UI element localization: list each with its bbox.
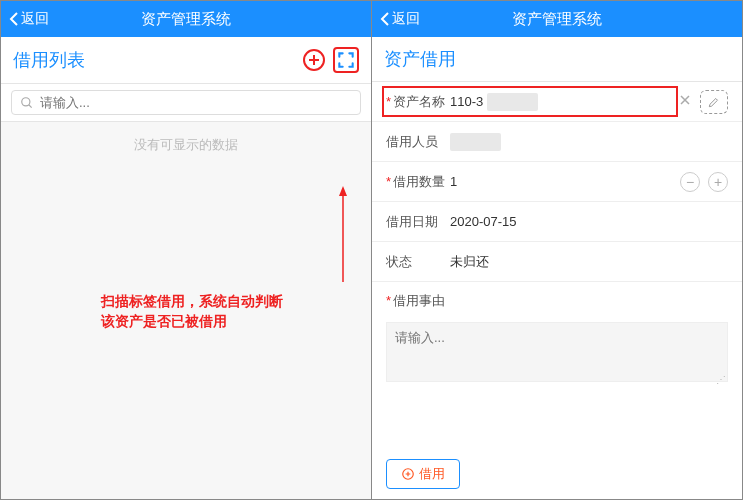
search-input[interactable] — [40, 95, 352, 110]
empty-state: 没有可显示的数据 — [1, 122, 371, 168]
scan-icon[interactable] — [333, 47, 359, 73]
status-label: 状态 — [386, 253, 450, 271]
field-reason: 借用事由 — [372, 282, 742, 322]
panel-title: 借用列表 — [13, 48, 301, 72]
app-title: 资产管理系统 — [420, 10, 694, 29]
search-input-wrap[interactable] — [11, 90, 361, 115]
field-date[interactable]: 借用日期 2020-07-15 — [372, 202, 742, 242]
back-label: 返回 — [392, 10, 420, 28]
annotation-text: 扫描标签借用，系统自动判断 该资产是否已被借用 — [101, 292, 283, 331]
header: 返回 资产管理系统 — [1, 1, 371, 37]
field-asset-name: 资产名称 110-3 — [372, 82, 742, 122]
borrower-value — [450, 133, 728, 151]
search-icon — [20, 96, 34, 110]
qty-minus-button[interactable]: − — [680, 172, 700, 192]
plus-icon — [401, 467, 415, 481]
panel-header: 借用列表 — [1, 37, 371, 84]
header: 返回 资产管理系统 — [372, 1, 742, 37]
field-qty: 借用数量 1 − + — [372, 162, 742, 202]
reason-textarea[interactable] — [386, 322, 728, 382]
borrow-button[interactable]: 借用 — [386, 459, 460, 489]
panel-title: 资产借用 — [384, 47, 730, 71]
qty-value: 1 — [450, 174, 680, 189]
status-value: 未归还 — [450, 253, 728, 271]
back-button[interactable]: 返回 — [9, 10, 49, 28]
qty-label: 借用数量 — [386, 173, 450, 191]
reason-label: 借用事由 — [386, 293, 445, 308]
clear-icon[interactable] — [678, 93, 692, 110]
svg-marker-3 — [339, 186, 347, 196]
back-button[interactable]: 返回 — [380, 10, 420, 28]
date-label: 借用日期 — [386, 213, 450, 231]
borrow-form: 资产名称 110-3 借用人员 借用数量 1 − + — [372, 82, 742, 499]
app-title: 资产管理系统 — [49, 10, 323, 29]
back-label: 返回 — [21, 10, 49, 28]
panel-header: 资产借用 — [372, 37, 742, 82]
asset-name-value: 110-3 — [450, 93, 672, 111]
edit-icon[interactable] — [700, 90, 728, 114]
field-status: 状态 未归还 — [372, 242, 742, 282]
qty-plus-button[interactable]: + — [708, 172, 728, 192]
borrower-label: 借用人员 — [386, 133, 450, 151]
field-borrower: 借用人员 — [372, 122, 742, 162]
asset-name-label: 资产名称 — [386, 93, 450, 111]
search-bar — [1, 84, 371, 122]
annotation-arrow — [321, 184, 351, 294]
svg-point-1 — [22, 97, 30, 105]
quantity-stepper: − + — [680, 172, 728, 192]
borrow-list-pane: 返回 资产管理系统 借用列表 没有可显示的数据 — [1, 1, 372, 499]
add-icon[interactable] — [301, 47, 327, 73]
date-value: 2020-07-15 — [450, 214, 728, 229]
borrow-form-pane: 返回 资产管理系统 资产借用 资产名称 110-3 借用人员 — [372, 1, 742, 499]
